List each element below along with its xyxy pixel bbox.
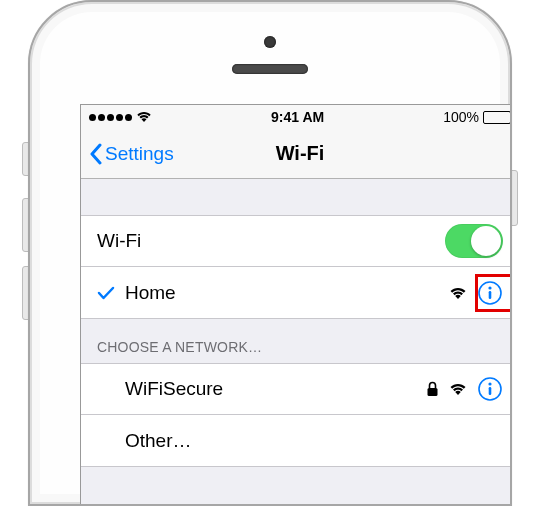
- svg-rect-2: [489, 291, 492, 299]
- back-button[interactable]: Settings: [89, 143, 174, 165]
- wifi-toggle-label: Wi-Fi: [97, 230, 445, 252]
- network-row[interactable]: WiFiSecure: [81, 363, 512, 415]
- content: Wi-Fi Home: [81, 179, 512, 467]
- battery-icon: [483, 111, 511, 124]
- choose-network-header: CHOOSE A NETWORK…: [81, 319, 512, 363]
- wifi-signal-icon: [449, 382, 467, 396]
- checkmark-icon: [97, 286, 115, 300]
- wifi-toggle[interactable]: [445, 224, 503, 258]
- connected-network-row[interactable]: Home: [81, 267, 512, 319]
- phone-frame: 9:41 AM 100% Settings Wi-Fi Wi-Fi: [28, 0, 512, 506]
- svg-rect-6: [489, 387, 492, 395]
- navigation-bar: Settings Wi-Fi: [81, 129, 512, 179]
- network-name: WiFiSecure: [125, 378, 426, 400]
- wifi-status-icon: [136, 111, 152, 123]
- info-icon[interactable]: [477, 376, 503, 402]
- screen: 9:41 AM 100% Settings Wi-Fi Wi-Fi: [80, 104, 512, 506]
- other-network-row[interactable]: Other…: [81, 415, 512, 467]
- front-camera: [264, 36, 276, 48]
- status-bar: 9:41 AM 100%: [81, 105, 512, 129]
- back-label: Settings: [105, 143, 174, 165]
- status-time: 9:41 AM: [271, 109, 324, 125]
- wifi-toggle-row: Wi-Fi: [81, 215, 512, 267]
- earpiece-speaker: [232, 64, 308, 74]
- info-icon[interactable]: [477, 280, 503, 306]
- wifi-signal-icon: [449, 286, 467, 300]
- other-network-label: Other…: [125, 430, 503, 452]
- svg-point-5: [488, 382, 491, 385]
- battery-percentage: 100%: [443, 109, 479, 125]
- svg-rect-3: [428, 388, 438, 396]
- chevron-left-icon: [89, 143, 103, 165]
- signal-strength-icon: [89, 114, 132, 121]
- connected-network-name: Home: [125, 282, 449, 304]
- lock-icon: [426, 381, 439, 397]
- svg-point-1: [488, 286, 491, 289]
